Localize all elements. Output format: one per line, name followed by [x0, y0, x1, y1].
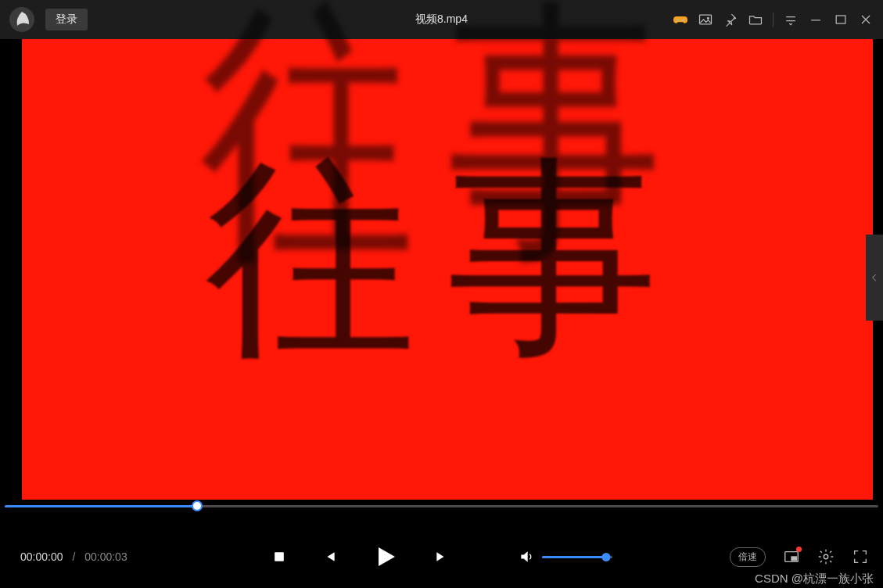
side-panel-toggle[interactable]	[866, 235, 883, 321]
pin-icon[interactable]	[720, 9, 741, 30]
minimize-icon[interactable]	[805, 9, 827, 30]
svg-rect-2	[700, 15, 712, 24]
titlebar-right-icons	[669, 0, 877, 39]
duration: 00:00:03	[84, 550, 127, 563]
time-separator: /	[72, 550, 75, 563]
progress-bar[interactable]	[5, 502, 878, 510]
picture-in-picture-icon[interactable]	[783, 548, 800, 565]
volume-fill	[542, 556, 607, 558]
picture-icon[interactable]	[695, 9, 716, 30]
login-button[interactable]: 登录	[45, 9, 88, 30]
fullscreen-icon[interactable]	[852, 548, 869, 565]
volume-thumb[interactable]	[602, 553, 611, 561]
time-display: 00:00:00 / 00:00:03	[20, 550, 127, 563]
folder-icon[interactable]	[745, 9, 766, 30]
menu-icon[interactable]	[780, 9, 802, 30]
right-controls: 倍速	[730, 547, 869, 567]
svg-rect-4	[836, 16, 845, 23]
maximize-icon[interactable]	[830, 9, 852, 30]
settings-icon[interactable]	[817, 548, 835, 565]
svg-point-8	[824, 554, 828, 559]
controls-bar: 00:00:00 / 00:00:03 倍速	[0, 525, 883, 588]
svg-rect-7	[791, 557, 796, 561]
next-button[interactable]	[434, 549, 450, 565]
close-icon[interactable]	[855, 9, 877, 30]
video-frame-text: 往事	[205, 118, 690, 403]
speed-button[interactable]: 倍速	[730, 547, 766, 567]
progress-fill	[5, 505, 197, 507]
volume-icon[interactable]	[519, 549, 534, 565]
chevron-left-icon	[869, 272, 880, 283]
svg-point-3	[707, 17, 709, 19]
svg-rect-5	[275, 552, 284, 561]
titlebar-separator	[773, 13, 774, 27]
app-logo	[9, 7, 34, 32]
previous-button[interactable]	[321, 549, 337, 565]
video-viewport[interactable]: 往事	[22, 39, 873, 500]
volume-control	[519, 549, 612, 565]
current-time: 00:00:00	[20, 550, 63, 563]
stop-button[interactable]	[271, 549, 287, 565]
center-controls	[271, 543, 612, 571]
notification-dot	[796, 547, 802, 552]
volume-slider[interactable]	[542, 556, 612, 558]
play-button[interactable]	[372, 543, 400, 571]
progress-thumb[interactable]	[192, 500, 203, 511]
